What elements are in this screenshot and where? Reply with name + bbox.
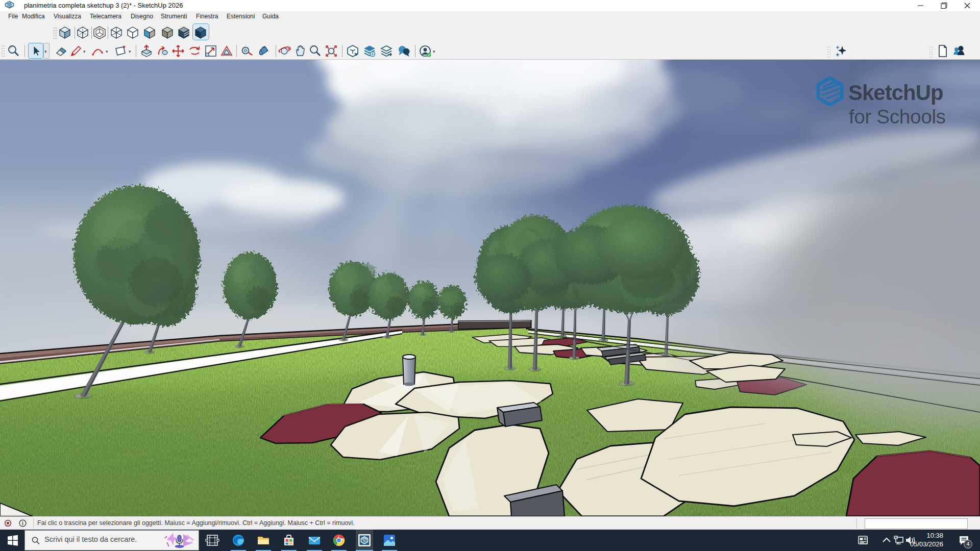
svg-text:SketchUp: SketchUp bbox=[848, 81, 943, 105]
svg-text:for Schools: for Schools bbox=[849, 106, 946, 128]
